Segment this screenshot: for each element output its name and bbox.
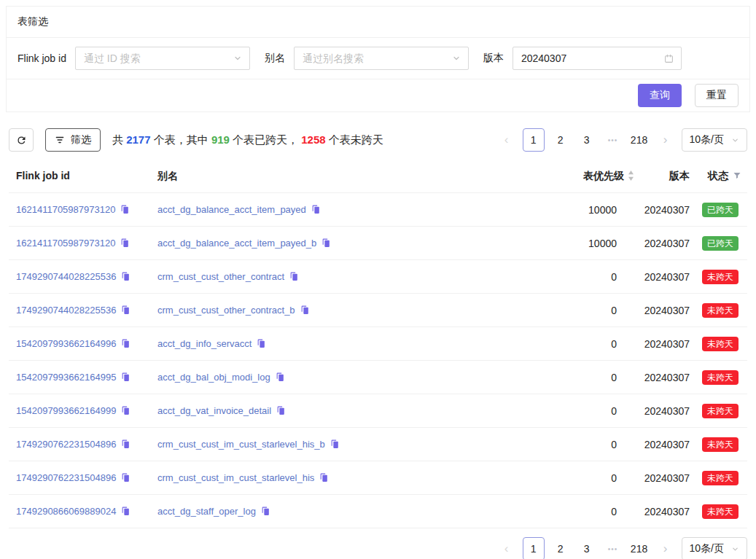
refresh-icon — [16, 135, 27, 146]
flink-job-id-link[interactable]: 1749290762231504896 — [16, 472, 116, 483]
reset-button[interactable]: 重置 — [695, 84, 739, 107]
prev-page-button[interactable]: ‹ — [496, 128, 517, 152]
alias-link[interactable]: acct_dg_vat_invoice_detail — [157, 405, 271, 416]
copy-icon[interactable] — [311, 205, 321, 214]
copy-icon[interactable] — [276, 406, 286, 415]
alias-select[interactable] — [294, 47, 469, 70]
alias-input[interactable] — [295, 47, 468, 69]
table-row: 1542097993662164996 acct_dg_info_servacc… — [9, 327, 747, 361]
filter-button[interactable]: 筛选 — [45, 128, 101, 152]
flink-job-id-link[interactable]: 1749290762231504896 — [16, 439, 116, 450]
priority-cell: 0 — [535, 294, 637, 327]
version-cell: 20240307 — [637, 193, 693, 227]
flink-job-id-input[interactable] — [76, 47, 249, 69]
version-cell: 20240307 — [637, 361, 693, 394]
flink-job-id-label: Flink job id — [17, 52, 66, 64]
chevron-down-icon — [731, 545, 739, 553]
alias-link[interactable]: acct_dg_bal_obj_modi_log — [157, 372, 270, 383]
filter-icon — [55, 135, 65, 145]
version-cell: 20240307 — [637, 495, 693, 528]
pagination-ellipsis[interactable]: ••• — [603, 128, 623, 152]
alias-link[interactable]: crm_cust_cust_other_contract_b — [157, 305, 295, 316]
copy-icon[interactable] — [121, 507, 130, 516]
flink-job-id-link[interactable]: 1621411705987973120 — [16, 238, 115, 249]
copy-icon[interactable] — [121, 406, 130, 415]
priority-cell: 0 — [535, 428, 637, 461]
page-2-button[interactable]: 2 — [550, 128, 571, 152]
flink-job-id-link[interactable]: 1542097993662164999 — [16, 405, 116, 416]
table-row: 1749290866069889024 acct_dg_staff_oper_l… — [9, 495, 747, 528]
next-page-button[interactable]: › — [655, 537, 676, 559]
next-page-button[interactable]: › — [655, 128, 676, 152]
copy-icon[interactable] — [121, 372, 130, 382]
header-status[interactable]: 状态 — [693, 159, 747, 193]
copy-icon[interactable] — [300, 305, 310, 315]
table-row: 1749290762231504896 crm_cust_cust_im_cus… — [9, 428, 747, 461]
flink-job-id-select[interactable] — [75, 47, 250, 70]
header-priority-label: 表优先级 — [583, 170, 624, 181]
flink-job-id-link[interactable]: 1621411705987973120 — [16, 204, 115, 215]
page-1-button[interactable]: 1 — [523, 128, 545, 152]
page-3-button[interactable]: 3 — [577, 128, 597, 152]
page-size-select[interactable]: 10条/页 — [682, 537, 747, 559]
pagination-bottom: ‹ 1 2 3 ••• 218 › 10条/页 — [491, 537, 747, 559]
summary-total-count: 2177 — [126, 133, 150, 146]
alias-link[interactable]: acct_dg_staff_oper_log — [157, 506, 256, 517]
alias-link[interactable]: acct_dg_balance_acct_item_payed_b — [157, 238, 316, 249]
copy-icon[interactable] — [261, 507, 270, 516]
flink-job-id-link[interactable]: 1542097993662164995 — [16, 372, 116, 383]
refresh-button[interactable] — [9, 128, 34, 152]
summary-text: 个表，其中 — [151, 133, 211, 146]
page-218-button[interactable]: 218 — [629, 128, 650, 152]
alias-link[interactable]: crm_cust_cust_im_cust_starlevel_his — [157, 472, 314, 483]
copy-icon[interactable] — [121, 339, 130, 348]
copy-icon[interactable] — [289, 272, 299, 281]
version-cell: 20240307 — [637, 227, 693, 260]
copy-icon[interactable] — [322, 238, 331, 248]
data-table: Flink job id 别名 表优先级 版本 状态 1621411705987… — [9, 159, 747, 528]
pagination-top: ‹ 1 2 3 ••• 218 › 10条/页 — [491, 128, 747, 152]
flink-job-id-link[interactable]: 1749290744028225536 — [16, 305, 116, 316]
version-input[interactable] — [513, 47, 681, 69]
copy-icon[interactable] — [121, 305, 130, 315]
page-size-select[interactable]: 10条/页 — [682, 128, 747, 152]
copy-icon[interactable] — [120, 238, 130, 248]
table-row: 1749290762231504896 crm_cust_cust_im_cus… — [9, 461, 747, 495]
copy-icon[interactable] — [330, 439, 340, 449]
alias-link[interactable]: crm_cust_cust_im_cust_starlevel_his_b — [157, 439, 325, 450]
filter-actions: 查询 重置 — [7, 79, 749, 112]
page-1-button[interactable]: 1 — [523, 537, 545, 559]
copy-icon[interactable] — [121, 272, 130, 281]
copy-icon[interactable] — [319, 473, 329, 482]
copy-icon[interactable] — [276, 372, 285, 382]
flink-job-id-link[interactable]: 1749290866069889024 — [16, 506, 116, 517]
copy-icon[interactable] — [121, 473, 130, 482]
copy-icon[interactable] — [257, 339, 266, 348]
version-label: 版本 — [483, 52, 504, 65]
page-218-button[interactable]: 218 — [629, 537, 650, 559]
version-date-picker[interactable] — [513, 47, 682, 70]
pagination-ellipsis[interactable]: ••• — [603, 537, 623, 559]
header-priority[interactable]: 表优先级 — [535, 159, 637, 193]
copy-icon[interactable] — [120, 205, 130, 214]
alias-label: 别名 — [265, 52, 285, 65]
flink-job-id-link[interactable]: 1749290744028225536 — [16, 271, 116, 282]
priority-cell: 10000 — [535, 227, 637, 260]
status-badge: 已跨天 — [702, 236, 739, 251]
page-3-button[interactable]: 3 — [577, 537, 597, 559]
filter-funnel-icon[interactable] — [733, 171, 741, 180]
prev-page-button[interactable]: ‹ — [496, 537, 517, 559]
filter-button-label: 筛选 — [71, 133, 91, 146]
page-2-button[interactable]: 2 — [550, 537, 571, 559]
flink-job-id-link[interactable]: 1542097993662164996 — [16, 338, 116, 349]
version-cell: 20240307 — [637, 461, 693, 495]
alias-link[interactable]: crm_cust_cust_other_contract — [157, 271, 284, 282]
sort-icon[interactable] — [628, 171, 634, 181]
alias-link[interactable]: acct_dg_info_servacct — [157, 338, 252, 349]
priority-cell: 0 — [535, 394, 637, 428]
alias-link[interactable]: acct_dg_balance_acct_item_payed — [157, 204, 306, 215]
filter-card: 表筛选 Flink job id 别名 版本 查询 重置 — [6, 6, 750, 112]
header-version: 版本 — [637, 159, 693, 193]
query-button[interactable]: 查询 — [638, 84, 682, 107]
copy-icon[interactable] — [121, 439, 130, 449]
